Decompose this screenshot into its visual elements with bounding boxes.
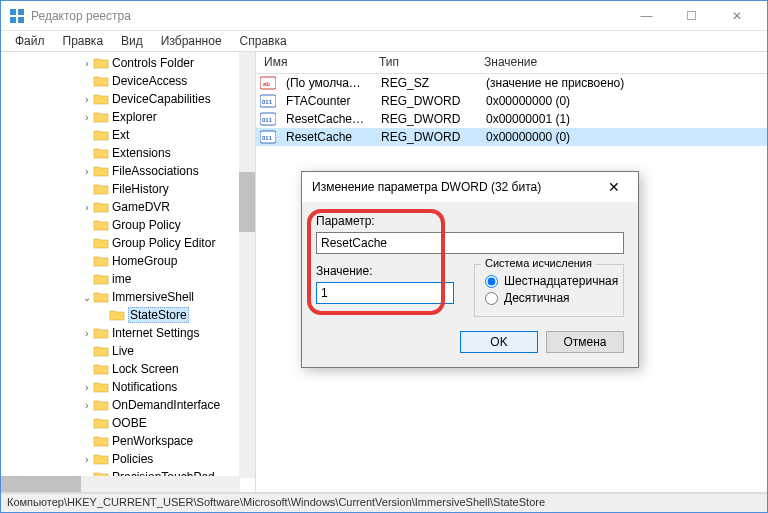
tree-item-label: Extensions [112,146,171,160]
cell-value: 0x00000000 (0) [478,94,767,108]
svg-rect-2 [10,17,16,23]
value-label: Значение: [316,264,454,278]
ok-button[interactable]: OK [460,331,538,353]
tree-item-label: Policies [112,452,153,466]
cell-type: REG_SZ [373,76,478,90]
tree-item-label: Live [112,344,134,358]
close-button[interactable]: ✕ [714,2,759,30]
tree-item[interactable]: Live [1,342,255,360]
tree-item[interactable]: ›GameDVR [1,198,255,216]
expand-icon[interactable]: ⌄ [81,292,93,303]
tree-item-label: DeviceCapabilities [112,92,211,106]
radio-hex-row[interactable]: Шестнадцатеричная [485,274,613,288]
tree-item[interactable]: DeviceAccess [1,72,255,90]
tree-item[interactable]: ›FileAssociations [1,162,255,180]
list-row[interactable]: 011ResetCacheCountREG_DWORD0x00000001 (1… [256,110,767,128]
expand-icon[interactable]: › [81,94,93,105]
expand-icon[interactable]: › [81,400,93,411]
col-name[interactable]: Имя [256,52,371,73]
cell-name: ResetCache [278,130,373,144]
col-type[interactable]: Тип [371,52,476,73]
expand-icon[interactable]: › [81,112,93,123]
cell-value: (значение не присвоено) [478,76,767,90]
svg-rect-1 [18,9,24,15]
svg-rect-0 [10,9,16,15]
value-input[interactable] [316,282,454,304]
tree-item[interactable]: ›Policies [1,450,255,468]
expand-icon[interactable]: › [81,328,93,339]
minimize-button[interactable]: — [624,2,669,30]
tree-item-label: FileAssociations [112,164,199,178]
list-row[interactable]: 011ResetCacheREG_DWORD0x00000000 (0) [256,128,767,146]
tree-scrollbar-h[interactable] [1,476,240,492]
tree-item[interactable]: StateStore [1,306,255,324]
col-value[interactable]: Значение [476,52,767,73]
tree-item[interactable]: OOBE [1,414,255,432]
tree-item[interactable]: FileHistory [1,180,255,198]
tree-item-label: Internet Settings [112,326,199,340]
cancel-button[interactable]: Отмена [546,331,624,353]
tree-item-label: Explorer [112,110,157,124]
tree-item[interactable]: PenWorkspace [1,432,255,450]
tree-item[interactable]: Lock Screen [1,360,255,378]
tree-item[interactable]: Group Policy Editor [1,234,255,252]
cell-name: ResetCacheCount [278,112,373,126]
menu-help[interactable]: Справка [232,32,295,50]
tree-item-label: HomeGroup [112,254,177,268]
list-header: Имя Тип Значение [256,52,767,74]
maximize-button[interactable]: ☐ [669,2,714,30]
status-bar: Компьютер\HKEY_CURRENT_USER\Software\Mic… [1,493,767,513]
tree-item-label: Group Policy [112,218,181,232]
tree-item[interactable]: ›Explorer [1,108,255,126]
menubar: Файл Правка Вид Избранное Справка [1,31,767,51]
svg-text:011: 011 [262,99,273,105]
cell-type: REG_DWORD [373,130,478,144]
expand-icon[interactable]: › [81,202,93,213]
menu-file[interactable]: Файл [7,32,53,50]
tree-item-label: OnDemandInterface [112,398,220,412]
tree-item[interactable]: ⌄ImmersiveShell [1,288,255,306]
radio-hex-label: Шестнадцатеричная [504,274,618,288]
tree-item[interactable]: ›DeviceCapabilities [1,90,255,108]
tree-item[interactable]: ›Internet Settings [1,324,255,342]
edit-dword-dialog: Изменение параметра DWORD (32 бита) ✕ Па… [301,171,639,368]
expand-icon[interactable]: › [81,382,93,393]
menu-view[interactable]: Вид [113,32,151,50]
tree-item[interactable]: HomeGroup [1,252,255,270]
tree-scrollbar-v[interactable] [239,52,255,478]
svg-rect-3 [18,17,24,23]
cell-value: 0x00000001 (1) [478,112,767,126]
tree-item-label: Controls Folder [112,56,194,70]
radio-dec-row[interactable]: Десятичная [485,291,613,305]
dialog-titlebar: Изменение параметра DWORD (32 бита) ✕ [302,172,638,202]
cell-type: REG_DWORD [373,112,478,126]
expand-icon[interactable]: › [81,166,93,177]
radio-hex[interactable] [485,275,498,288]
tree-item[interactable]: ime [1,270,255,288]
list-body[interactable]: ab(По умолчанию)REG_SZ(значение не присв… [256,74,767,146]
tree-item-label: Lock Screen [112,362,179,376]
dialog-close-icon[interactable]: ✕ [600,175,628,199]
tree-item-label: Ext [112,128,129,142]
expand-icon[interactable]: › [81,58,93,69]
tree-item[interactable]: ›Notifications [1,378,255,396]
param-input [316,232,624,254]
tree-item[interactable]: Extensions [1,144,255,162]
svg-text:011: 011 [262,135,273,141]
tree-item-label: Notifications [112,380,177,394]
tree-item[interactable]: Ext [1,126,255,144]
menu-edit[interactable]: Правка [55,32,112,50]
list-row[interactable]: 011FTACounterREG_DWORD0x00000000 (0) [256,92,767,110]
dialog-title: Изменение параметра DWORD (32 бита) [312,180,600,194]
list-row[interactable]: ab(По умолчанию)REG_SZ(значение не присв… [256,74,767,92]
tree-item[interactable]: ›Controls Folder [1,54,255,72]
tree-item[interactable]: Group Policy [1,216,255,234]
base-legend: Система исчисления [481,257,596,269]
tree-item[interactable]: ›OnDemandInterface [1,396,255,414]
expand-icon[interactable]: › [81,454,93,465]
tree-item-label: FileHistory [112,182,169,196]
radio-dec[interactable] [485,292,498,305]
svg-text:011: 011 [262,117,273,123]
registry-tree[interactable]: ›Controls FolderDeviceAccess›DeviceCapab… [1,52,255,478]
menu-favorites[interactable]: Избранное [153,32,230,50]
